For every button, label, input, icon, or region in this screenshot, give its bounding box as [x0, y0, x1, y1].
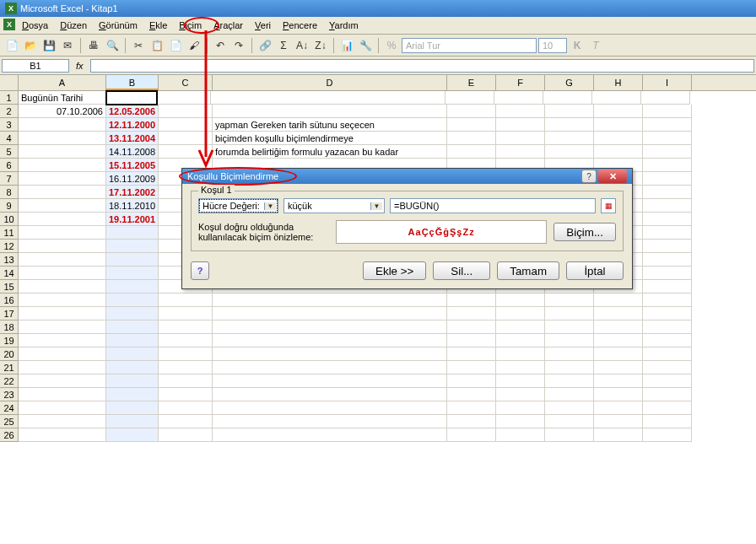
cell-I5[interactable]	[643, 145, 692, 159]
col-header-H[interactable]: H	[594, 75, 643, 90]
condition-type-combo[interactable]: Hücre Değeri:▼	[198, 198, 278, 213]
cell-I10[interactable]	[643, 213, 692, 226]
cell-A22[interactable]	[19, 374, 106, 388]
menu-ekle[interactable]: Ekle	[144, 19, 172, 32]
cell-H22[interactable]	[594, 374, 643, 388]
cell-A2[interactable]: 07.10.2006	[19, 105, 106, 118]
cell-D23[interactable]	[213, 388, 447, 401]
row-header-18[interactable]: 18	[0, 320, 19, 334]
row-header-5[interactable]: 5	[0, 145, 19, 159]
cell-C5[interactable]	[159, 145, 213, 159]
cell-H18[interactable]	[594, 320, 643, 334]
row-header-22[interactable]: 22	[0, 374, 19, 388]
cell-B15[interactable]	[106, 280, 159, 294]
cell-G25[interactable]	[545, 415, 594, 428]
row-header-7[interactable]: 7	[0, 172, 19, 186]
link-icon[interactable]: 🔗	[256, 37, 273, 54]
menu-bicim[interactable]: Biçim	[174, 19, 207, 32]
cell-B10[interactable]: 19.11.2001	[106, 213, 159, 226]
menu-dosya[interactable]: Dosya	[17, 19, 53, 32]
sum-icon[interactable]: Σ	[275, 37, 292, 54]
cell-A26[interactable]	[19, 428, 106, 442]
drawing-icon[interactable]: 🔧	[357, 37, 374, 54]
row-header-1[interactable]: 1	[0, 91, 19, 105]
cell-D20[interactable]	[213, 347, 447, 361]
cell-E21[interactable]	[447, 361, 496, 374]
cell-C25[interactable]	[159, 415, 213, 428]
cell-B7[interactable]: 16.11.2009	[106, 172, 159, 186]
cell-E4[interactable]	[447, 132, 496, 145]
row-header-12[interactable]: 12	[0, 240, 19, 253]
cell-D1[interactable]	[211, 91, 446, 105]
cell-I1[interactable]	[641, 91, 690, 105]
row-header-9[interactable]: 9	[0, 199, 19, 213]
cell-A15[interactable]	[19, 280, 106, 294]
cell-F1[interactable]	[494, 91, 543, 105]
cell-H5[interactable]	[594, 145, 643, 159]
cell-B21[interactable]	[106, 361, 159, 374]
cell-C20[interactable]	[159, 347, 213, 361]
row-header-23[interactable]: 23	[0, 388, 19, 401]
cell-F16[interactable]	[496, 294, 545, 307]
cell-H24[interactable]	[594, 401, 643, 415]
cell-G17[interactable]	[545, 307, 594, 320]
cell-A21[interactable]	[19, 361, 106, 374]
cell-H25[interactable]	[594, 415, 643, 428]
cell-B18[interactable]	[106, 320, 159, 334]
cell-I8[interactable]	[643, 186, 692, 199]
menu-duzen[interactable]: Düzen	[55, 19, 92, 32]
cell-G26[interactable]	[545, 428, 594, 442]
cell-I18[interactable]	[643, 320, 692, 334]
cell-F2[interactable]	[496, 105, 545, 118]
cell-G21[interactable]	[545, 361, 594, 374]
cell-B14[interactable]	[106, 267, 159, 280]
row-header-19[interactable]: 19	[0, 334, 19, 347]
cell-B9[interactable]: 18.11.2010	[106, 199, 159, 213]
cell-D2[interactable]	[213, 105, 447, 118]
cell-G22[interactable]	[545, 374, 594, 388]
cell-F3[interactable]	[496, 118, 545, 132]
row-header-13[interactable]: 13	[0, 253, 19, 267]
row-header-20[interactable]: 20	[0, 347, 19, 361]
range-selector-button[interactable]: ▦	[601, 198, 616, 213]
cell-D19[interactable]	[213, 334, 447, 347]
cell-D17[interactable]	[213, 307, 447, 320]
cell-G4[interactable]	[545, 132, 594, 145]
menu-gorunum[interactable]: Görünüm	[94, 19, 143, 32]
format-painter-icon[interactable]: 🖌	[186, 37, 202, 54]
cell-E20[interactable]	[447, 347, 496, 361]
cell-I9[interactable]	[643, 199, 692, 213]
fx-label[interactable]: fx	[69, 61, 90, 71]
cell-E1[interactable]	[446, 91, 494, 105]
menu-pencere[interactable]: Pencere	[278, 19, 322, 32]
cell-C16[interactable]	[159, 294, 213, 307]
print-icon[interactable]: 🖶	[85, 37, 102, 54]
cell-C23[interactable]	[159, 388, 213, 401]
row-header-11[interactable]: 11	[0, 226, 19, 240]
cell-D21[interactable]	[213, 361, 447, 374]
cell-B19[interactable]	[106, 334, 159, 347]
dialog-close-button[interactable]: ✕	[598, 170, 627, 183]
cell-I12[interactable]	[643, 240, 692, 253]
italic-icon[interactable]: T	[587, 37, 604, 54]
cell-H4[interactable]	[594, 132, 643, 145]
cell-H16[interactable]	[594, 294, 643, 307]
cell-D4[interactable]: biçimden koşullu biçimlendirmeye	[213, 132, 447, 145]
row-header-17[interactable]: 17	[0, 307, 19, 320]
chart-icon[interactable]: 📊	[338, 37, 355, 54]
cell-A14[interactable]	[19, 267, 106, 280]
delete-button[interactable]: Sil...	[433, 261, 490, 280]
preview-icon[interactable]: 🔍	[104, 37, 121, 54]
cell-A11[interactable]	[19, 226, 106, 240]
cell-I26[interactable]	[643, 428, 692, 442]
cell-E2[interactable]	[447, 105, 496, 118]
cell-C21[interactable]	[159, 361, 213, 374]
cell-G24[interactable]	[545, 401, 594, 415]
cell-F23[interactable]	[496, 388, 545, 401]
cell-G19[interactable]	[545, 334, 594, 347]
cell-G2[interactable]	[545, 105, 594, 118]
add-button[interactable]: Ekle >>	[363, 261, 426, 280]
cell-A16[interactable]	[19, 294, 106, 307]
cell-A3[interactable]	[19, 118, 106, 132]
row-header-14[interactable]: 14	[0, 267, 19, 280]
